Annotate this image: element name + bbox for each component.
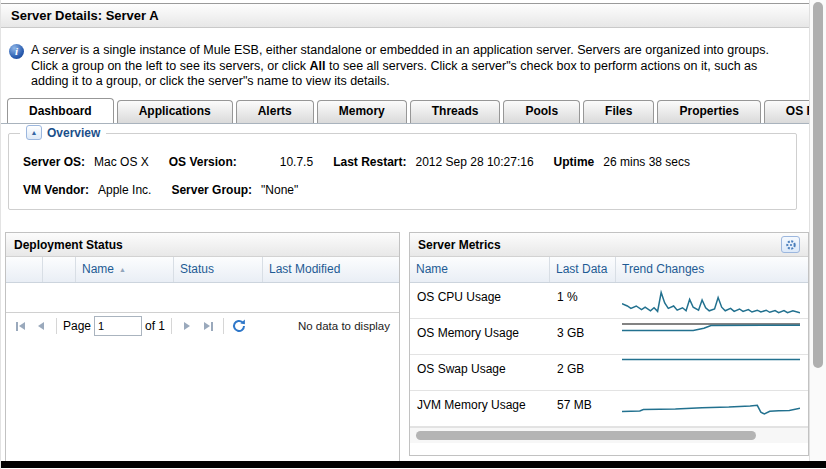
overview-legend-label: Overview <box>47 126 100 140</box>
metric-row-os-memory: OS Memory Usage 3 GB <box>410 319 808 355</box>
toolbar-separator <box>223 318 224 334</box>
metric-sparkline-cell <box>616 391 808 426</box>
chevron-up-icon[interactable]: ▲ <box>26 125 42 140</box>
metric-name: OS CPU Usage <box>410 283 550 318</box>
info-text-part: A <box>31 43 42 57</box>
field-label: OS Version: <box>169 155 237 169</box>
tab-threads[interactable]: Threads <box>410 100 501 123</box>
field-value: 26 mins 38 secs <box>603 155 690 169</box>
info-term: server <box>42 43 77 57</box>
title-bar: Server Details: Server A <box>1 3 811 28</box>
tab-bar: Dashboard Applications Alerts Memory Thr… <box>1 97 819 124</box>
deployment-grid-header: Name▲ Status Last Modified <box>6 257 399 283</box>
info-text: A server is a single instance of Mule ES… <box>31 43 797 90</box>
column-label: Name <box>82 262 114 276</box>
toolbar-separator <box>56 318 57 334</box>
sparkline-chart <box>622 285 800 315</box>
tab-files[interactable]: Files <box>583 100 654 123</box>
column-header-last-data[interactable]: Last Data <box>550 257 616 282</box>
next-page-icon[interactable] <box>178 317 196 335</box>
tab-applications[interactable]: Applications <box>117 100 233 123</box>
field-value: Apple Inc. <box>98 183 151 197</box>
overview-row: Server OS: Mac OS X OS Version: 10.7.5 L… <box>23 155 710 169</box>
metrics-grid-header: Name Last Data Trend Changes <box>410 257 808 283</box>
field-value: 10.7.5 <box>280 155 313 169</box>
metric-name: OS Swap Usage <box>410 355 550 390</box>
column-header-name[interactable]: Name▲ <box>76 257 174 282</box>
metric-row-os-swap: OS Swap Usage 2 GB <box>410 355 808 391</box>
info-icon: i <box>9 44 24 59</box>
tab-memory[interactable]: Memory <box>317 100 407 123</box>
last-page-icon[interactable] <box>199 317 217 335</box>
page-of-label: of 1 <box>145 319 165 333</box>
sparkline-chart <box>622 393 800 423</box>
toolbar-separator <box>171 318 172 334</box>
prev-page-icon[interactable] <box>32 317 50 335</box>
deployment-panel-header: Deployment Status <box>6 233 399 257</box>
field-label: Last Restart: <box>333 155 406 169</box>
page-number-input[interactable] <box>94 316 142 336</box>
metrics-panel-title: Server Metrics <box>418 238 501 252</box>
field-label: VM Vendor: <box>23 183 89 197</box>
sort-asc-icon: ▲ <box>119 266 126 273</box>
tab-dashboard[interactable]: Dashboard <box>7 98 114 124</box>
metric-name: JVM Memory Usage <box>410 391 550 426</box>
field-value: Mac OS X <box>94 155 149 169</box>
paging-toolbar: Page of 1 No data to display <box>6 312 399 339</box>
deployment-grid-body <box>6 283 399 312</box>
metric-sparkline-cell <box>616 355 808 390</box>
field-label: Uptime <box>554 155 595 169</box>
metric-value: 1 % <box>550 283 616 318</box>
tab-properties[interactable]: Properties <box>657 100 760 123</box>
vertical-scrollbar-thumb[interactable] <box>813 2 823 368</box>
metric-row-os-cpu: OS CPU Usage 1 % <box>410 283 808 319</box>
tab-pools[interactable]: Pools <box>503 100 580 123</box>
server-metrics-panel: Server Metrics Name Last Data Trend Chan… <box>409 232 809 456</box>
overview-section: ▲ Overview Server OS: Mac OS X OS Versio… <box>8 133 797 210</box>
metric-sparkline-cell <box>616 319 808 354</box>
metrics-panel-header: Server Metrics <box>410 233 808 257</box>
metric-row-jvm-memory: JVM Memory Usage 57 MB <box>410 391 808 427</box>
server-details-page: Server Details: Server A i A server is a… <box>0 0 826 469</box>
overview-legend: ▲ Overview <box>20 125 106 140</box>
column-header-name[interactable]: Name <box>410 257 550 282</box>
horizontal-scrollbar-thumb[interactable] <box>416 431 756 440</box>
column-header-status[interactable]: Status <box>174 257 263 282</box>
metric-name: OS Memory Usage <box>410 319 550 354</box>
gear-icon[interactable] <box>781 236 800 253</box>
metric-value: 3 GB <box>550 319 616 354</box>
sparkline-chart <box>622 357 800 387</box>
first-page-icon[interactable] <box>11 317 29 335</box>
overview-row: VM Vendor: Apple Inc. Server Group: "Non… <box>23 183 318 197</box>
metric-value: 2 GB <box>550 355 616 390</box>
column-header-blank[interactable] <box>6 257 43 282</box>
column-header-trend-changes[interactable]: Trend Changes <box>616 257 808 282</box>
info-banner: i A server is a single instance of Mule … <box>9 43 797 90</box>
deployment-status-panel: Deployment Status Name▲ Status Last Modi… <box>5 232 400 468</box>
deployment-panel-title: Deployment Status <box>14 238 123 252</box>
vertical-scrollbar[interactable] <box>809 0 826 462</box>
refresh-icon[interactable] <box>230 317 248 335</box>
field-label: Server OS: <box>23 155 85 169</box>
bottom-bar <box>1 461 826 468</box>
column-header-blank[interactable] <box>43 257 76 282</box>
field-label: Server Group: <box>171 183 252 197</box>
metric-sparkline-cell <box>616 283 808 318</box>
sparkline-chart <box>622 321 800 351</box>
info-all: All <box>310 59 326 73</box>
page-label: Page <box>63 319 91 333</box>
page-title: Server Details: Server A <box>11 8 159 23</box>
field-value: 2012 Sep 28 10:27:16 <box>416 155 534 169</box>
empty-grid-message: No data to display <box>298 320 394 332</box>
field-value: "None" <box>261 183 298 197</box>
horizontal-scrollbar[interactable] <box>410 427 808 443</box>
tab-alerts[interactable]: Alerts <box>236 100 314 123</box>
column-header-last-modified[interactable]: Last Modified <box>263 257 399 282</box>
metric-value: 57 MB <box>550 391 616 426</box>
